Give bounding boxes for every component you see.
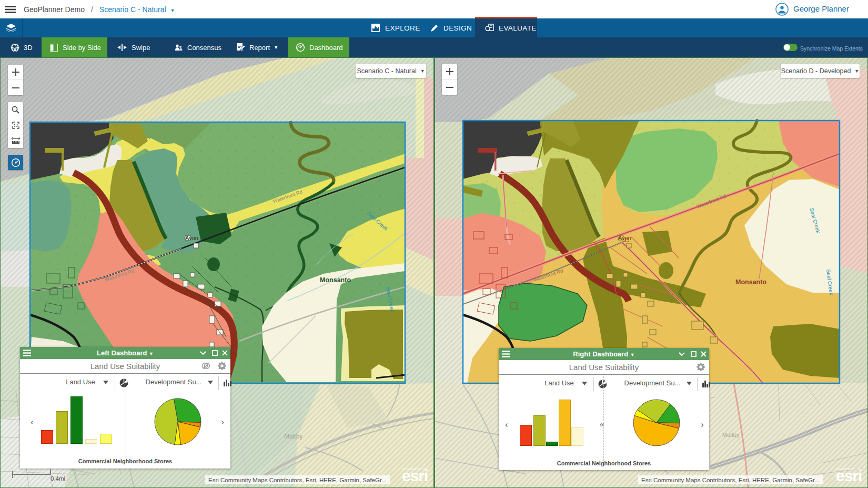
svg-text:Avon: Avon [185,235,198,241]
svg-text:Monsanto: Monsanto [735,278,766,286]
svg-text:Avon: Avon [618,235,631,241]
svg-text:0.4mi: 0.4mi [51,475,65,482]
svg-text:Monsanto: Monsanto [320,276,351,284]
